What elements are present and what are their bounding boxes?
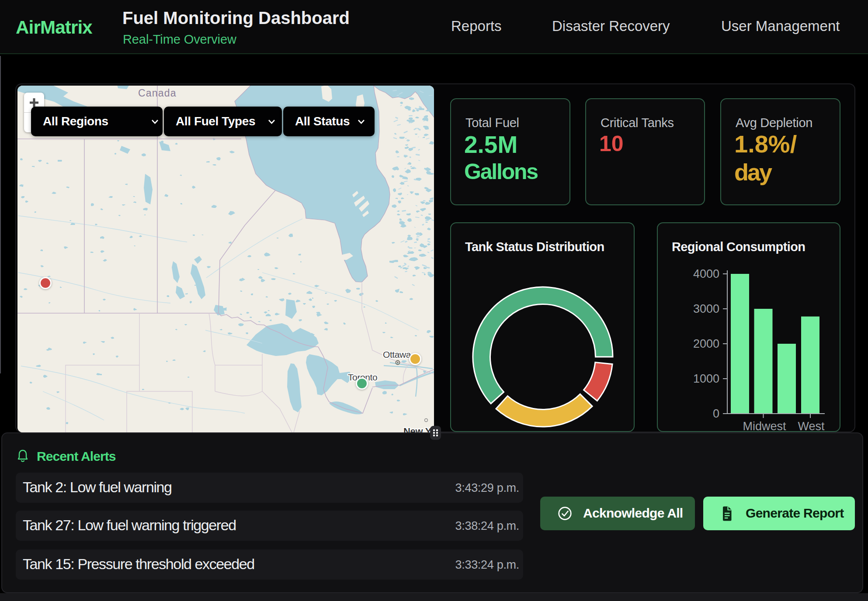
svg-text:Canada: Canada [138, 87, 177, 99]
svg-text:New York: New York [403, 426, 434, 432]
svg-text:Midwest: Midwest [743, 420, 786, 433]
svg-text:2000: 2000 [693, 337, 719, 350]
svg-text:4000: 4000 [693, 267, 719, 280]
svg-text:0: 0 [713, 407, 719, 420]
svg-text:West: West [798, 420, 825, 433]
svg-text:3000: 3000 [693, 302, 719, 315]
svg-text:1000: 1000 [693, 372, 719, 385]
svg-text:Ottawa: Ottawa [383, 349, 411, 359]
